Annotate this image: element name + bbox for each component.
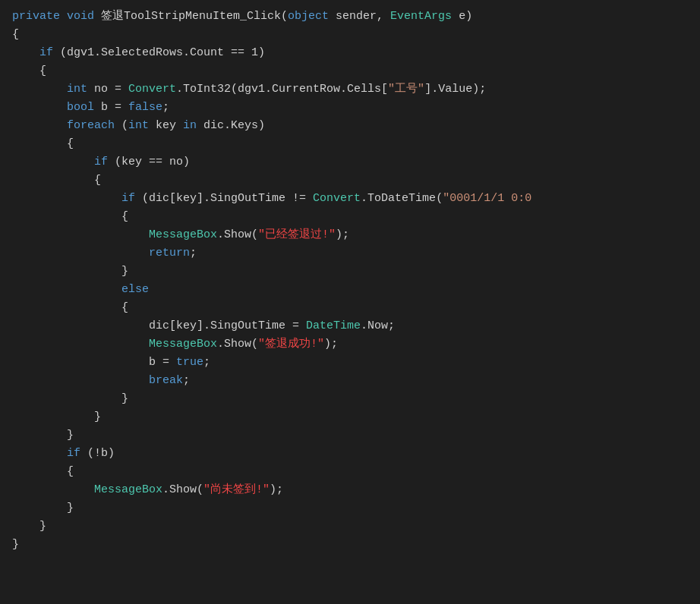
code-token: private bbox=[12, 10, 67, 23]
code-line: if (dgv1.SelectedRows.Count == 1) bbox=[12, 44, 688, 62]
code-token: "0001/1/1 0:0 bbox=[443, 192, 531, 205]
code-token: } bbox=[12, 429, 74, 442]
code-token: } bbox=[12, 502, 74, 514]
code-token: false bbox=[128, 101, 162, 114]
code-line: } bbox=[12, 263, 688, 281]
code-token: ); bbox=[324, 338, 338, 351]
code-token: if bbox=[39, 46, 53, 59]
code-token: if bbox=[121, 192, 135, 205]
code-token bbox=[12, 156, 94, 168]
code-token: MessageBox bbox=[149, 228, 217, 241]
code-line: if (!b) bbox=[12, 445, 688, 463]
code-token: .Show( bbox=[217, 338, 258, 351]
code-line: else bbox=[12, 281, 688, 299]
code-line: { bbox=[12, 171, 688, 190]
code-token: b = bbox=[12, 356, 176, 369]
code-token: dic[key].SingOutTime = bbox=[12, 319, 306, 332]
code-token: ); bbox=[270, 483, 283, 496]
code-token: "尚未签到!" bbox=[203, 483, 270, 496]
code-token: { bbox=[12, 137, 74, 150]
code-token: DateTime bbox=[306, 319, 361, 332]
code-token: .Show( bbox=[217, 228, 258, 241]
code-token bbox=[12, 447, 67, 460]
code-line: bool b = false; bbox=[12, 99, 688, 117]
code-line: { bbox=[12, 208, 688, 226]
code-token bbox=[12, 83, 67, 96]
code-line: dic[key].SingOutTime = DateTime.Now; bbox=[12, 317, 688, 335]
code-token bbox=[12, 374, 149, 387]
code-line: MessageBox.Show("签退成功!"); bbox=[12, 335, 688, 354]
code-token: MessageBox bbox=[149, 338, 217, 351]
code-token: } bbox=[12, 520, 46, 533]
code-token: (dic[key].SingOutTime != bbox=[135, 192, 313, 205]
code-token: bool bbox=[67, 101, 94, 114]
code-token: else bbox=[121, 283, 149, 296]
code-token bbox=[12, 192, 121, 205]
code-token: break bbox=[149, 374, 183, 387]
code-token: 签退ToolStripMenuItem_Click( bbox=[101, 10, 288, 23]
code-token bbox=[12, 283, 121, 296]
code-token: if bbox=[67, 447, 80, 460]
code-line: { bbox=[12, 135, 688, 153]
code-token: .ToInt32(dgv1.CurrentRow.Cells[ bbox=[176, 83, 388, 96]
code-line: } bbox=[12, 390, 688, 408]
code-token bbox=[12, 483, 94, 496]
code-token: "已经签退过!" bbox=[258, 228, 336, 241]
code-token: ; bbox=[203, 356, 210, 369]
code-token: { bbox=[12, 174, 101, 187]
code-token: { bbox=[12, 210, 128, 223]
code-line: } bbox=[12, 536, 688, 554]
code-token: void bbox=[67, 10, 101, 23]
code-token: { bbox=[12, 465, 74, 478]
code-token bbox=[12, 119, 67, 132]
code-line: private void 签退ToolStripMenuItem_Click(o… bbox=[12, 8, 688, 26]
code-token: } bbox=[12, 265, 128, 278]
code-token: ; bbox=[183, 374, 190, 387]
code-token: key bbox=[149, 119, 183, 132]
code-token: } bbox=[12, 392, 128, 405]
code-line: { bbox=[12, 299, 688, 317]
code-token: { bbox=[12, 64, 46, 77]
code-token: int bbox=[67, 83, 87, 96]
code-line: int no = Convert.ToInt32(dgv1.CurrentRow… bbox=[12, 80, 688, 99]
code-token: ); bbox=[336, 228, 349, 241]
code-token: if bbox=[94, 156, 108, 168]
code-token: sender, bbox=[329, 10, 390, 23]
code-token: Convert bbox=[313, 192, 361, 205]
code-line: b = true; bbox=[12, 354, 688, 372]
code-token: EventArgs bbox=[390, 10, 452, 23]
code-token: (dgv1.SelectedRows.Count == 1) bbox=[53, 46, 265, 59]
code-token: .Now; bbox=[361, 319, 395, 332]
code-token: in bbox=[183, 119, 197, 132]
code-token: Convert bbox=[128, 83, 176, 96]
code-token: ( bbox=[115, 119, 128, 132]
code-line: return; bbox=[12, 244, 688, 263]
code-line: { bbox=[12, 62, 688, 80]
code-token: .Show( bbox=[162, 483, 203, 496]
code-line: if (key == no) bbox=[12, 153, 688, 171]
code-token: object bbox=[288, 10, 329, 23]
code-token: "工号" bbox=[388, 83, 424, 96]
code-line: { bbox=[12, 463, 688, 481]
code-token: ; bbox=[190, 247, 197, 260]
code-token: e) bbox=[452, 10, 472, 23]
code-token: b = bbox=[94, 101, 128, 114]
code-token: dic.Keys) bbox=[197, 119, 265, 132]
code-token: int bbox=[128, 119, 149, 132]
code-token: true bbox=[176, 356, 203, 369]
code-token: .ToDateTime( bbox=[361, 192, 443, 205]
code-token: } bbox=[12, 411, 101, 423]
code-token bbox=[12, 247, 149, 260]
code-editor: private void 签退ToolStripMenuItem_Click(o… bbox=[12, 8, 688, 554]
code-token bbox=[12, 101, 67, 114]
code-line: MessageBox.Show("尚未签到!"); bbox=[12, 481, 688, 499]
code-token bbox=[12, 46, 39, 59]
code-token: no = bbox=[87, 83, 128, 96]
code-token: } bbox=[12, 538, 19, 551]
code-token: { bbox=[12, 28, 19, 41]
code-token: (key == no) bbox=[108, 156, 190, 168]
code-token: { bbox=[12, 301, 128, 314]
code-line: foreach (int key in dic.Keys) bbox=[12, 117, 688, 135]
code-line: if (dic[key].SingOutTime != Convert.ToDa… bbox=[12, 190, 688, 208]
code-token bbox=[12, 228, 149, 241]
